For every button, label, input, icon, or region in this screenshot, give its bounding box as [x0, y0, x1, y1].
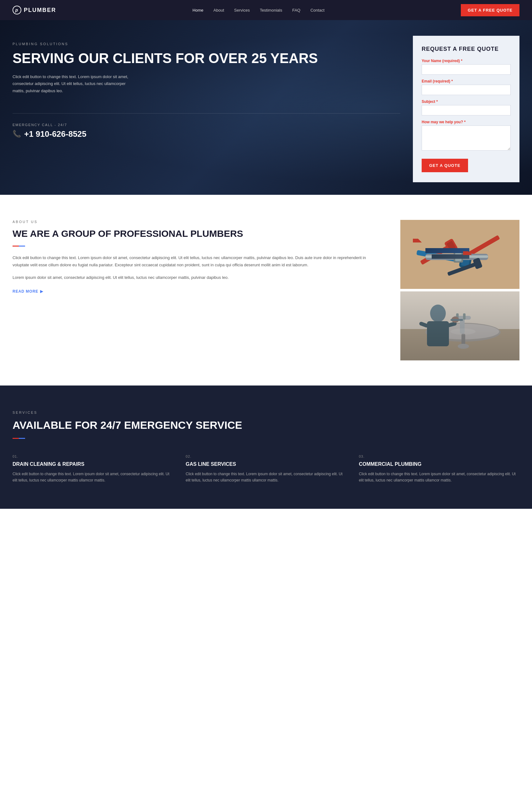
svg-rect-31 [451, 319, 463, 321]
form-title: REQUEST A FREE QUOTE [422, 46, 511, 52]
nav-item-contact[interactable]: Contact [310, 8, 324, 13]
email-input[interactable] [422, 85, 511, 95]
service-num-1: 01. [13, 454, 173, 458]
svg-rect-28 [419, 321, 429, 328]
logo-icon: p [13, 6, 21, 15]
service-num-2: 02. [186, 454, 346, 458]
svg-rect-6 [458, 249, 472, 264]
subject-label: Subject * [422, 99, 511, 104]
svg-rect-0 [400, 220, 519, 289]
svg-rect-2 [420, 242, 455, 265]
subject-group: Subject * [422, 99, 511, 115]
about-image-top [400, 220, 519, 289]
svg-point-33 [458, 344, 469, 349]
svg-rect-16 [473, 258, 483, 269]
svg-rect-7 [460, 251, 470, 262]
about-section: ABOUT US WE ARE A GROUP OF PROFESSIONAL … [0, 195, 532, 386]
svg-rect-22 [460, 317, 464, 334]
svg-point-21 [427, 324, 499, 339]
svg-point-34 [451, 329, 476, 335]
service-name-2: GAS LINE SERVICES [186, 462, 346, 467]
navigation: p PLUMBER Home About Services Testimonia… [0, 0, 532, 20]
svg-rect-15 [448, 262, 478, 276]
service-desc-3: Click edit button to change this text. L… [359, 471, 519, 484]
phone-number: +1 910-626-8525 [24, 129, 87, 139]
service-item-1: 01. DRAIN CLEANING & REPAIRS Click edit … [13, 454, 173, 484]
svg-rect-23 [454, 316, 471, 320]
nav-item-home[interactable]: Home [192, 8, 204, 13]
arrow-icon: ▶ [40, 289, 43, 294]
svg-rect-14 [455, 253, 461, 261]
name-group: Your Name (required) * [422, 59, 511, 75]
service-item-2: 02. GAS LINE SERVICES Click edit button … [186, 454, 346, 484]
email-group: Email (required) * [422, 79, 511, 95]
about-divider [13, 246, 25, 246]
svg-rect-8 [416, 250, 467, 264]
quote-form: Your Name (required) * Email (required) … [422, 59, 511, 172]
svg-rect-18 [400, 292, 519, 335]
phone-icon: 📞 [13, 130, 21, 138]
logo[interactable]: p PLUMBER [13, 6, 56, 15]
form-submit-button[interactable]: GET A QUOTE [422, 159, 468, 172]
service-desc-2: Click edit button to change this text. L… [186, 471, 346, 484]
nav-links: Home About Services Testimonials FAQ Con… [192, 7, 324, 13]
logo-text: PLUMBER [24, 7, 56, 14]
svg-rect-17 [400, 292, 519, 360]
svg-rect-9 [459, 253, 472, 269]
service-item-3: 03. COMMERCIAL PLUMBING Click edit butto… [359, 454, 519, 484]
svg-rect-12 [425, 255, 488, 258]
services-title: AVAILABLE FOR 24/7 EMERGENCY SERVICE [13, 419, 519, 432]
message-input[interactable] [422, 126, 511, 151]
nav-item-testimonials[interactable]: Testimonials [260, 8, 283, 13]
hero-phone[interactable]: 📞 +1 910-626-8525 [13, 129, 400, 139]
about-left: ABOUT US WE ARE A GROUP OF PROFESSIONAL … [13, 220, 381, 294]
hero-description: Click edit button to change this text. L… [13, 73, 132, 94]
services-grid: 01. DRAIN CLEANING & REPAIRS Click edit … [13, 454, 519, 484]
hero-title: SERVING OUR CLIENTS FOR OVER 25 YEARS [13, 51, 400, 66]
svg-rect-27 [427, 321, 449, 346]
about-text-2: Lorem ipsum dolor sit amet, consectetur … [13, 274, 381, 281]
about-tag: ABOUT US [13, 220, 381, 224]
services-section: SERVICES AVAILABLE FOR 24/7 EMERGENCY SE… [0, 386, 532, 509]
subject-input[interactable] [422, 105, 511, 115]
plumber-svg [400, 292, 519, 360]
svg-point-20 [425, 323, 501, 341]
svg-rect-32 [461, 334, 465, 346]
nav-cta-button[interactable]: GET A FREE QUOTE [461, 4, 519, 16]
svg-rect-24 [456, 313, 459, 320]
services-divider [13, 438, 25, 439]
message-group: How may we help you? * [422, 120, 511, 152]
about-text-1: Click edit button to change this text. L… [13, 254, 381, 269]
hero-content: PLUMBING SOLUTIONS SERVING OUR CLIENTS F… [0, 20, 532, 195]
about-image-bottom [400, 292, 519, 360]
svg-rect-25 [463, 313, 466, 320]
hero-tag: PLUMBING SOLUTIONS [13, 42, 400, 46]
svg-rect-5 [465, 235, 500, 258]
emergency-label: EMERGENCY CALL - 24/7 [13, 123, 400, 127]
nav-item-services[interactable]: Services [234, 8, 250, 13]
svg-point-26 [430, 304, 446, 322]
quote-form-panel: REQUEST A FREE QUOTE Your Name (required… [413, 36, 519, 182]
tools-svg [400, 220, 519, 289]
about-title: WE ARE A GROUP OF PROFESSIONAL PLUMBERS [13, 228, 381, 239]
svg-rect-4 [446, 241, 456, 251]
read-more-link[interactable]: READ MORE ▶ [13, 289, 43, 294]
service-num-3: 03. [359, 454, 519, 458]
nav-item-about[interactable]: About [213, 8, 224, 13]
message-label: How may we help you? * [422, 120, 511, 124]
svg-rect-10 [461, 255, 470, 267]
service-desc-1: Click edit button to change this text. L… [13, 471, 173, 484]
nav-item-faq[interactable]: FAQ [292, 8, 300, 13]
svg-point-30 [452, 317, 459, 323]
svg-rect-11 [425, 254, 488, 260]
svg-rect-3 [444, 238, 458, 253]
svg-rect-19 [400, 329, 519, 360]
about-images [400, 220, 519, 360]
name-label: Your Name (required) * [422, 59, 511, 63]
hero-left: PLUMBING SOLUTIONS SERVING OUR CLIENTS F… [13, 39, 400, 139]
name-input[interactable] [422, 64, 511, 75]
hero-section: PLUMBING SOLUTIONS SERVING OUR CLIENTS F… [0, 20, 532, 195]
svg-rect-1 [400, 220, 519, 289]
hero-emergency: EMERGENCY CALL - 24/7 📞 +1 910-626-8525 [13, 113, 400, 139]
service-name-3: COMMERCIAL PLUMBING [359, 462, 519, 467]
